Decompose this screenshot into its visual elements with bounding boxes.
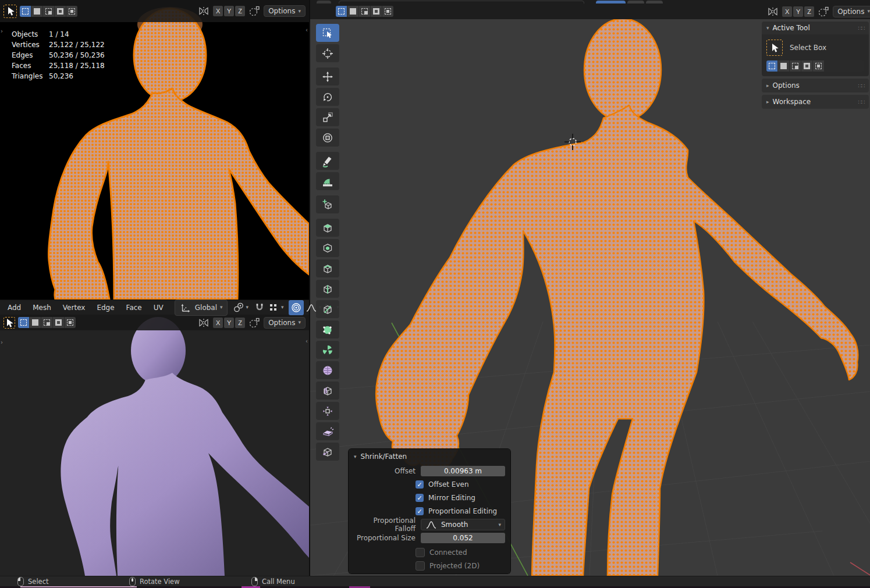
proportional-editing-toggle[interactable]	[289, 300, 304, 315]
mirror-editing-checkbox[interactable]: ✓	[416, 494, 424, 502]
projected-2d-checkbox[interactable]	[416, 561, 425, 571]
tool-poly-build[interactable]	[316, 320, 339, 338]
connected-checkbox[interactable]	[416, 548, 425, 557]
select-mode-invert[interactable]	[801, 60, 812, 72]
select-mode-intersect[interactable]	[813, 60, 824, 72]
mirror-y-button[interactable]: Y	[793, 6, 803, 17]
tool-cursor[interactable]	[316, 44, 339, 62]
select-mode-set[interactable]	[18, 317, 29, 328]
mirror-x-button[interactable]: X	[213, 318, 223, 328]
arrow-cursor-icon	[768, 41, 781, 54]
toolbar-expand-chevron[interactable]: ›	[1, 339, 3, 345]
falloff-label: Proportional Falloff	[354, 516, 421, 533]
tool-spin[interactable]	[316, 341, 339, 359]
sidebar: ▾ Active Tool ∷∷ Select Box ▸ Options	[762, 22, 869, 109]
select-mode-intersect[interactable]	[66, 6, 77, 17]
mirror-y-button[interactable]: Y	[224, 318, 234, 328]
snap-target-icon[interactable]	[267, 301, 280, 314]
status-select-hint: Select	[28, 578, 48, 586]
tool-scale[interactable]	[316, 108, 339, 126]
proportional-size-label: Proportional Size	[354, 534, 421, 542]
tool-extrude[interactable]	[316, 219, 339, 237]
tool-smooth[interactable]	[316, 361, 339, 379]
select-mode-extend[interactable]	[30, 317, 41, 328]
tool-bevel[interactable]	[316, 259, 339, 277]
transform-orientation-dropdown[interactable]: Global▾	[175, 300, 228, 316]
mirror-z-button[interactable]: Z	[235, 318, 245, 328]
chevron-down-icon[interactable]: ▾	[354, 454, 357, 459]
mirror-y-button[interactable]: Y	[224, 6, 234, 16]
menu-vertex[interactable]: Vertex	[58, 302, 91, 313]
correct-face-attributes-icon[interactable]	[248, 316, 261, 329]
select-mode-intersect[interactable]	[382, 6, 393, 17]
tool-move[interactable]	[316, 67, 339, 85]
tool-measure[interactable]	[316, 172, 339, 190]
viewport-main[interactable]: X Y Z Options▾	[309, 0, 870, 576]
tool-edge-slide[interactable]	[316, 382, 339, 400]
mirror-z-button[interactable]: Z	[235, 6, 245, 16]
select-mode-extend[interactable]	[31, 6, 42, 17]
panel-grip-icon[interactable]: ∷∷	[858, 99, 864, 105]
select-mode-extend[interactable]	[347, 6, 358, 17]
tool-transform[interactable]	[316, 129, 339, 147]
offset-even-checkbox[interactable]: ✓	[416, 480, 424, 489]
tool-inset[interactable]	[316, 239, 339, 257]
select-mode-set[interactable]	[20, 6, 31, 17]
select-mode-subtract[interactable]	[359, 6, 370, 17]
panel-workspace[interactable]: ▸ Workspace ∷∷	[762, 95, 869, 109]
tool-shear[interactable]	[316, 422, 339, 440]
options-dropdown[interactable]: Options▾	[833, 6, 870, 17]
menu-mesh[interactable]: Mesh	[27, 302, 56, 313]
tool-add-cube[interactable]	[316, 195, 339, 213]
operator-panel-shrink-fatten: ▾ Shrink/Fatten Offset 0.00963 m ✓ Offse…	[349, 449, 510, 573]
active-tool-indicator[interactable]	[3, 5, 17, 18]
toolbar-expand-chevron[interactable]: ›	[1, 28, 3, 34]
tool-rotate[interactable]	[316, 88, 339, 106]
proportional-size-field[interactable]: 0.052	[421, 533, 505, 543]
select-mode-set[interactable]	[766, 60, 777, 72]
proportional-editing-checkbox[interactable]: ✓	[416, 507, 424, 515]
viewport-edit-top-left[interactable]: X Y Z Options▾ Objects1 / 14 Vertices25,…	[0, 0, 309, 300]
tool-knife[interactable]	[316, 300, 339, 318]
pivot-point-icon[interactable]	[232, 301, 245, 314]
menu-edge[interactable]: Edge	[91, 302, 119, 313]
mirror-x-button[interactable]: X	[213, 6, 223, 16]
select-mode-subtract[interactable]	[43, 6, 54, 17]
panel-grip-icon[interactable]: ∷∷	[858, 83, 864, 89]
tool-loop-cut[interactable]	[316, 280, 339, 298]
tool-shrink-fatten[interactable]	[316, 402, 339, 420]
viewport-object-bottom-left[interactable]: X Y Z Options▾ › ‹	[0, 315, 309, 576]
sidebar-expand-chevron[interactable]: ‹	[306, 338, 308, 344]
active-tool-indicator[interactable]	[3, 317, 15, 329]
select-mode-set[interactable]	[336, 6, 347, 17]
mirror-z-button[interactable]: Z	[804, 6, 814, 17]
menu-face[interactable]: Face	[121, 302, 147, 313]
falloff-dropdown[interactable]: Smooth ▾	[421, 519, 505, 530]
select-mode-subtract[interactable]	[41, 317, 52, 328]
offset-value-field[interactable]: 0.00963 m	[421, 466, 505, 476]
select-mode-extend[interactable]	[778, 60, 789, 72]
correct-face-attributes-icon[interactable]	[817, 5, 830, 18]
select-box-tool-icon[interactable]	[766, 40, 783, 56]
snap-toggle-icon[interactable]	[253, 301, 266, 314]
tool-rip-region[interactable]	[316, 443, 339, 461]
viewport-3d-canvas[interactable]: ▾ Active Tool ∷∷ Select Box ▸ Options	[310, 19, 870, 576]
select-mode-invert[interactable]	[55, 6, 66, 17]
sidebar-expand-chevron[interactable]: ‹	[306, 27, 308, 33]
correct-face-attributes-icon[interactable]	[248, 5, 261, 17]
panel-active-tool-header[interactable]: ▾ Active Tool ∷∷	[762, 22, 869, 34]
select-mode-subtract[interactable]	[790, 60, 801, 72]
select-mode-invert[interactable]	[53, 317, 64, 328]
tool-select-box[interactable]	[316, 24, 339, 42]
tool-annotate[interactable]	[316, 152, 339, 170]
panel-grip-icon[interactable]: ∷∷	[858, 25, 864, 31]
menu-add[interactable]: Add	[2, 302, 26, 313]
menu-uv[interactable]: UV	[148, 302, 169, 313]
select-mode-invert[interactable]	[371, 6, 382, 17]
panel-options[interactable]: ▸ Options ∷∷	[762, 79, 869, 92]
tool-column	[316, 24, 339, 461]
options-dropdown[interactable]: Options▾	[264, 5, 306, 17]
mirror-x-button[interactable]: X	[782, 6, 792, 17]
select-mode-intersect[interactable]	[65, 317, 76, 328]
options-dropdown[interactable]: Options▾	[264, 317, 306, 329]
